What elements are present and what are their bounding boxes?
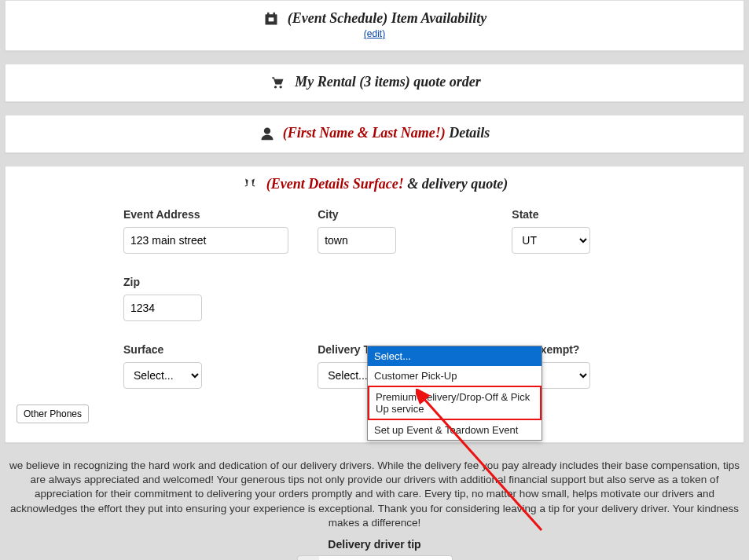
svg-point-4 xyxy=(274,86,277,88)
panel-rental: My Rental (3 items) quote order xyxy=(5,64,744,102)
svg-point-6 xyxy=(264,127,270,134)
svg-rect-1 xyxy=(267,12,270,15)
delivery-type-option[interactable]: Customer Pick-Up xyxy=(368,366,542,386)
label-zip: Zip xyxy=(123,276,302,288)
label-surface: Surface xyxy=(123,343,302,356)
label-address: Event Address xyxy=(123,208,302,221)
panel-rental-title: My Rental (3 items) quote order xyxy=(295,74,481,90)
delivery-type-option[interactable]: Select... xyxy=(368,346,542,366)
cheers-icon xyxy=(241,177,259,192)
label-state: State xyxy=(512,208,690,221)
panel-schedule-header: (Event Schedule) Item Availability xyxy=(6,7,743,27)
panel-details-header: (First Name & Last Name!) Details xyxy=(6,122,743,141)
state-select[interactable]: UT xyxy=(512,227,590,254)
panel-rental-header: My Rental (3 items) quote order xyxy=(6,71,743,90)
svg-rect-3 xyxy=(268,17,274,21)
calendar-icon xyxy=(263,11,280,27)
panel-schedule-title: (Event Schedule) Item Availability xyxy=(288,10,486,27)
cart-icon xyxy=(268,75,287,90)
surface-select[interactable]: Select... xyxy=(123,362,202,389)
address-input[interactable] xyxy=(123,227,288,254)
disclaimer-text: we believe in recognizing the hard work … xyxy=(0,456,749,532)
panel-schedule: (Event Schedule) Item Availability (edit… xyxy=(5,0,744,51)
svg-rect-2 xyxy=(273,12,275,15)
panel-event-title: (Event Details Surface! & delivery quote… xyxy=(266,176,508,192)
edit-link[interactable]: (edit) xyxy=(6,28,743,39)
delivery-type-option[interactable]: Set up Event & Teardown Event xyxy=(368,420,542,440)
label-city: City xyxy=(318,208,496,221)
currency-symbol: $ xyxy=(297,555,319,560)
user-icon xyxy=(259,126,275,141)
tip-label: Delivery driver tip xyxy=(0,538,749,551)
delivery-type-dropdown-open[interactable]: Select...Customer Pick-UpPremium Deliver… xyxy=(367,346,542,441)
tip-input[interactable] xyxy=(319,555,453,560)
panel-details: (First Name & Last Name!) Details xyxy=(5,115,744,153)
city-input[interactable] xyxy=(318,227,396,254)
delivery-type-option[interactable]: Premium Delivery/Drop-Off & Pick Up serv… xyxy=(368,386,542,420)
svg-point-5 xyxy=(280,86,282,88)
zip-input[interactable] xyxy=(123,295,202,321)
tip-row: $ xyxy=(0,555,749,560)
other-phones-button[interactable]: Other Phones xyxy=(17,404,89,423)
panel-event-header: (Event Details Surface! & delivery quote… xyxy=(6,173,743,192)
panel-details-title: (First Name & Last Name!) Details xyxy=(283,125,490,141)
